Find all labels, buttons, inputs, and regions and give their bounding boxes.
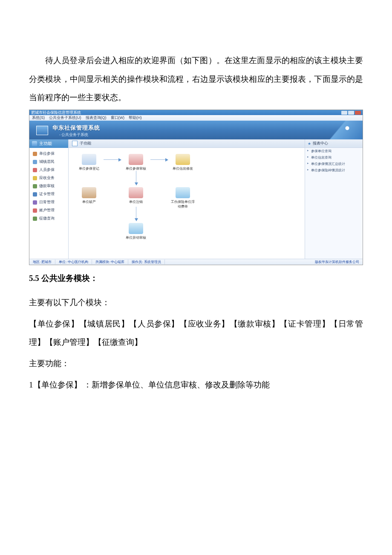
flow-node-label: 单位参保审核 xyxy=(126,167,146,171)
report-item-unit-insure-summary[interactable]: 单位参保情况汇总统计 xyxy=(305,161,363,167)
flow-icon xyxy=(82,154,96,165)
sidebar-item-payment-audit[interactable]: 缴款审核 xyxy=(29,182,68,190)
sidebar-item-label: 人员参保 xyxy=(39,167,55,173)
nav-icon xyxy=(33,176,37,180)
arrow-icon xyxy=(104,159,121,160)
sidebar-item-label: 应收业务 xyxy=(39,175,55,181)
sidebar-item-label: 单位参保 xyxy=(39,151,55,156)
flow-node-work-injury-float[interactable]: 工伤保险单位浮动费率 xyxy=(170,187,196,209)
flow-node-unit-register[interactable]: 单位参保登记 xyxy=(76,154,102,171)
sidebar-item-label: 账户管理 xyxy=(39,208,55,213)
app-subtitle: - 公共业务子系统 xyxy=(59,132,89,138)
arrow-icon xyxy=(136,171,136,185)
flow-icon xyxy=(129,223,143,234)
sidebar-item-urban-resident[interactable]: 城镇居民 xyxy=(29,158,68,166)
arrow-icon xyxy=(136,207,136,220)
arrow-icon xyxy=(150,159,167,160)
report-item-unit-info-query[interactable]: 单位信息查询 xyxy=(305,154,363,161)
sidebar-item-person-insure[interactable]: 人员参保 xyxy=(29,166,68,174)
flow-node-unit-bankrupt[interactable]: 单位破产 xyxy=(76,187,102,204)
menu-help[interactable]: 帮助(H) xyxy=(129,115,142,121)
flow-icon xyxy=(176,154,190,165)
report-panel: 报表中心 参保单位查询 单位信息查询 单位参保情况汇总统计 单位参保险种情况统计 xyxy=(305,139,363,259)
function-item-1: 1【单位参保】 ：新增参保单位、单位信息审核、修改及删除等功能 xyxy=(29,376,363,394)
intro-paragraph: 待人员登录后会进入相应的欢迎界面（如下图）。在这里左面显示的相应的该主模块主要分… xyxy=(29,51,363,107)
sidebar-header: 主功能 xyxy=(29,139,68,148)
sidebar-item-account-manage[interactable]: 账户管理 xyxy=(29,206,68,214)
main-area: 子功能 单位参保登记 单位参保审核 单位信息修改 单位破产 单位注销 工伤保险单… xyxy=(69,139,305,259)
flow-node-label: 单位破产 xyxy=(82,200,96,204)
module-list: 【单位参保】【城镇居民】【人员参保】【应收业务】【缴款审核】【证卡管理】【日常管… xyxy=(29,315,363,352)
flow-icon xyxy=(82,187,96,198)
minimize-button[interactable] xyxy=(341,111,347,115)
sidebar-item-card-manage[interactable]: 证卡管理 xyxy=(29,190,68,198)
menu-window[interactable]: 窗口(W) xyxy=(111,115,125,121)
status-module: 所属模块: 中心端库 xyxy=(92,260,128,264)
maximize-button[interactable] xyxy=(348,111,354,115)
nav-icon xyxy=(33,168,37,172)
status-unit: 单位: 中心医疗机构 xyxy=(55,260,92,264)
main-header: 子功能 xyxy=(69,139,305,148)
sidebar-item-collection-query[interactable]: 征缴查询 xyxy=(29,214,68,223)
nav-icon xyxy=(33,184,37,188)
flow-node-label: 单位注销 xyxy=(129,200,143,204)
flow-icon xyxy=(129,187,143,198)
flow-node-unit-change-audit[interactable]: 单位异动审核 xyxy=(123,223,149,240)
sidebar: 主功能 单位参保 城镇居民 人员参保 应收业务 缴款审核 证卡管理 日常管理 账… xyxy=(29,139,69,259)
flow-icon xyxy=(176,187,190,198)
status-operator: 操作员: 系统管理员 xyxy=(128,260,164,264)
report-header: 报表中心 xyxy=(305,139,363,148)
flow-icon xyxy=(129,154,143,165)
report-item-insured-unit-query[interactable]: 参保单位查询 xyxy=(305,148,363,154)
sidebar-item-receivable[interactable]: 应收业务 xyxy=(29,174,68,182)
window-controls xyxy=(341,111,361,115)
menu-public-business[interactable]: 公共业务子系统(U) xyxy=(49,115,81,121)
window-titlebar: 肥城市社会保险信息管理系统 xyxy=(29,110,363,115)
app-banner: 华东社保管理系统 - 公共业务子系统 xyxy=(29,121,363,139)
menu-system[interactable]: 系统(S) xyxy=(32,115,45,121)
sidebar-item-label: 缴款审核 xyxy=(39,183,55,189)
flow-node-label: 工伤保险单位浮动费率 xyxy=(171,200,195,208)
banner-decoration-icon xyxy=(311,121,363,139)
flow-node-label: 单位信息修改 xyxy=(173,167,193,171)
flow-node-label: 单位参保登记 xyxy=(79,167,99,171)
sidebar-item-label: 城镇居民 xyxy=(39,159,55,165)
sidebar-item-daily-manage[interactable]: 日常管理 xyxy=(29,198,68,206)
flow-node-unit-modify[interactable]: 单位信息修改 xyxy=(170,154,196,171)
sidebar-item-label: 日常管理 xyxy=(39,199,55,205)
menu-bar: 系统(S) 公共业务子系统(U) 报表查询(Q) 窗口(W) 帮助(H) xyxy=(29,115,363,121)
sidebar-item-label: 征缴查询 xyxy=(39,216,55,221)
section-title: 5.5 公共业务模块： xyxy=(29,273,363,284)
nav-icon xyxy=(33,160,37,164)
status-copyright: 版权华东计算机软件服务公司 xyxy=(311,260,363,264)
app-logo-icon xyxy=(36,126,48,135)
menu-report-query[interactable]: 报表查询(Q) xyxy=(86,115,107,121)
window-title-text: 肥城市社会保险信息管理系统 xyxy=(31,110,81,116)
flow-node-unit-cancel[interactable]: 单位注销 xyxy=(123,187,149,204)
nav-icon xyxy=(33,208,37,213)
close-button[interactable] xyxy=(355,111,361,115)
report-item-unit-insure-type-stat[interactable]: 单位参保险种情况统计 xyxy=(305,167,363,173)
sidebar-item-unit-insure[interactable]: 单位参保 xyxy=(29,150,68,158)
nav-icon xyxy=(33,200,37,205)
status-region: 地区: 肥城市 xyxy=(29,260,55,264)
module-intro: 主要有以下几个模块： xyxy=(29,293,363,312)
status-bar: 地区: 肥城市 单位: 中心医疗机构 所属模块: 中心端库 操作员: 系统管理员… xyxy=(29,259,363,265)
app-screenshot: 肥城市社会保险信息管理系统 系统(S) 公共业务子系统(U) 报表查询(Q) 窗… xyxy=(29,110,363,265)
flow-node-unit-audit[interactable]: 单位参保审核 xyxy=(123,154,149,171)
nav-icon xyxy=(33,217,37,221)
sidebar-item-label: 证卡管理 xyxy=(39,191,55,197)
function-intro: 主要功能： xyxy=(29,354,363,373)
nav-icon xyxy=(33,192,37,197)
app-name: 华东社保管理系统 xyxy=(52,124,100,132)
flow-canvas: 单位参保登记 单位参保审核 单位信息修改 单位破产 单位注销 工伤保险单位浮动费… xyxy=(69,148,305,158)
flow-node-label: 单位异动审核 xyxy=(126,236,146,240)
nav-icon xyxy=(33,152,37,156)
